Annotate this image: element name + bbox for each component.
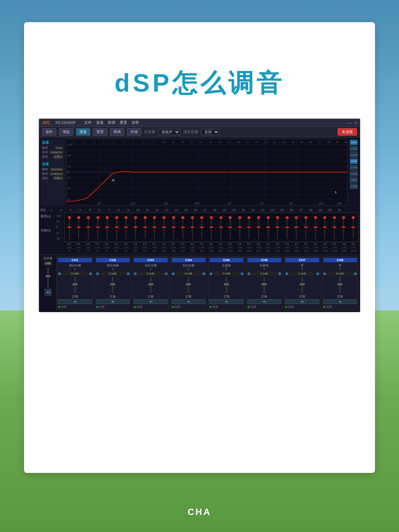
eq-band-track-13[interactable] bbox=[183, 217, 183, 239]
eq-band-track-16[interactable] bbox=[211, 217, 212, 239]
btn-save[interactable]: 存储 bbox=[127, 128, 141, 136]
ch7-source-text[interactable]: 空 bbox=[285, 263, 319, 267]
ch8-fader[interactable] bbox=[339, 277, 341, 293]
ch3-source-text[interactable]: 后左全频 bbox=[134, 263, 168, 267]
eq-band-track-26[interactable] bbox=[306, 217, 306, 239]
ch7-gain-val[interactable]: 0.0dB bbox=[289, 272, 316, 276]
eq-band-track-6[interactable] bbox=[116, 217, 117, 239]
close-button[interactable]: × bbox=[355, 120, 357, 125]
menu-encrypt[interactable]: 加密 bbox=[132, 120, 139, 125]
ch2-select-btn[interactable]: CH2 bbox=[350, 146, 358, 151]
ch5-fader[interactable] bbox=[226, 277, 227, 293]
ch7-fader[interactable] bbox=[301, 277, 303, 293]
ch6-fader[interactable] bbox=[263, 277, 265, 293]
ch2-mute-btn[interactable]: ◄) bbox=[96, 299, 130, 304]
ch1-fader[interactable] bbox=[74, 277, 76, 293]
minimize-button[interactable]: — bbox=[348, 120, 352, 125]
ch4-mute-btn[interactable]: ◄) bbox=[172, 299, 206, 304]
btn-gain[interactable]: 增益 bbox=[59, 128, 73, 136]
ch2-phase[interactable]: 正相 bbox=[96, 294, 130, 299]
ch2-gain-val[interactable]: 0.0dB bbox=[100, 272, 126, 276]
ch6-gain-val[interactable]: 0.0dB bbox=[251, 272, 278, 276]
eq-band-track-11[interactable] bbox=[164, 217, 164, 239]
total-mute-btn[interactable]: ◄) bbox=[45, 289, 51, 296]
eq-band-track-4[interactable] bbox=[98, 217, 98, 239]
eq-band-track-2[interactable] bbox=[78, 217, 79, 239]
eq-band-track-23[interactable] bbox=[277, 217, 278, 239]
ch6-source-text[interactable]: 右超低 bbox=[248, 263, 282, 267]
menu-file[interactable]: 文件 bbox=[84, 120, 92, 125]
btn-tune[interactable]: 调调 bbox=[110, 128, 124, 136]
ch4-phase[interactable]: 正相 bbox=[172, 294, 206, 299]
ch1-select-btn[interactable]: CH1 bbox=[350, 140, 358, 145]
eq-band-track-12[interactable] bbox=[173, 217, 174, 239]
reset-eq-label[interactable]: 重置EQ bbox=[41, 214, 55, 218]
eq-band-track-10[interactable] bbox=[154, 217, 155, 239]
btn-mix[interactable]: 混音 bbox=[76, 128, 90, 136]
ch5-mute-btn[interactable]: ◄) bbox=[209, 299, 243, 304]
eq-band-track-9[interactable] bbox=[145, 217, 146, 239]
ch5-select-btn[interactable]: CH5 bbox=[350, 165, 358, 170]
ch3-fader[interactable] bbox=[150, 277, 151, 293]
ch3-mute-btn[interactable]: ◄) bbox=[134, 299, 168, 304]
btn-return[interactable]: 返时 bbox=[42, 128, 56, 136]
eq-band-track-31[interactable] bbox=[353, 217, 354, 239]
ch3-gain-val[interactable]: 0.0dB bbox=[137, 272, 164, 276]
ch4-fader[interactable] bbox=[188, 277, 189, 293]
ch5-gain-val[interactable]: 0.0dB bbox=[213, 272, 240, 276]
ch8-mute-btn[interactable]: ◄) bbox=[323, 299, 357, 304]
eq-band-dot-24 bbox=[286, 216, 289, 219]
eq-band-track-30[interactable] bbox=[343, 217, 344, 239]
ch8-source-text[interactable]: 空 bbox=[323, 263, 357, 267]
ch1-source-text[interactable]: 前左全频 bbox=[58, 263, 92, 267]
main-source-select[interactable]: 高电平 bbox=[158, 129, 180, 135]
ch1-gain-val[interactable]: 0.0dB bbox=[62, 272, 88, 276]
eq-band-track-1[interactable] bbox=[69, 217, 70, 239]
ch4-gain-val[interactable]: 0.0dB bbox=[175, 272, 202, 276]
eq-band-track-27[interactable] bbox=[315, 217, 316, 239]
connect-button[interactable]: 未连接 bbox=[338, 128, 357, 136]
eq-band-track-7[interactable] bbox=[126, 217, 126, 239]
ch7-select-btn[interactable]: CH7 bbox=[350, 177, 358, 183]
ch1-mute-btn[interactable]: ◄) bbox=[58, 299, 92, 304]
eq-band-track-15[interactable] bbox=[201, 217, 202, 239]
eq-band-track-5[interactable] bbox=[107, 217, 108, 239]
eq-band-track-28[interactable] bbox=[324, 217, 325, 239]
eq-band-track-25[interactable] bbox=[296, 217, 297, 239]
eq-band-track-3[interactable] bbox=[88, 217, 89, 239]
ch6-mute-btn[interactable]: ◄) bbox=[248, 299, 282, 304]
ch6-select-btn[interactable]: CH6 bbox=[350, 171, 358, 177]
ch1-phase[interactable]: 正相 bbox=[58, 294, 92, 299]
eq-band-track-21[interactable] bbox=[258, 217, 259, 239]
ch3-select-btn[interactable]: CH3 bbox=[350, 152, 358, 158]
mix-source-select[interactable]: 关闭 bbox=[201, 129, 219, 135]
ch4-select-btn[interactable]: CH4 bbox=[350, 158, 358, 164]
eq-band-track-29[interactable] bbox=[334, 217, 335, 239]
ch6-phase[interactable]: 正相 bbox=[248, 294, 282, 299]
sim-eq-label[interactable]: 仿真EQ bbox=[41, 228, 55, 232]
ch7-phase[interactable]: 正相 bbox=[285, 294, 319, 299]
ch4-source-text[interactable]: 后左全频 bbox=[172, 263, 206, 267]
eq-band-track-14[interactable] bbox=[192, 217, 193, 239]
eq-band-track-19[interactable] bbox=[239, 217, 240, 239]
eq-band-track-18[interactable] bbox=[230, 217, 231, 239]
eq-band-track-22[interactable] bbox=[268, 217, 269, 239]
ch8-select-btn[interactable]: CH8 bbox=[350, 184, 358, 189]
ch8-gain-val[interactable]: 0.0dB bbox=[327, 272, 354, 276]
eq-band-track-20[interactable] bbox=[249, 217, 249, 239]
ch5-phase[interactable]: 正相 bbox=[209, 294, 243, 299]
eq-band-track-8[interactable] bbox=[135, 217, 136, 239]
eq-band-track-24[interactable] bbox=[287, 217, 287, 239]
ch7-mute-btn[interactable]: ◄) bbox=[285, 299, 319, 304]
ch2-fader[interactable] bbox=[112, 277, 113, 293]
ch8-phase[interactable]: 正相 bbox=[323, 294, 357, 299]
menu-reset[interactable]: 重置 bbox=[120, 120, 127, 125]
ch5-source-text[interactable]: 左超低 bbox=[209, 263, 243, 267]
menu-connect[interactable]: 联调 bbox=[108, 120, 115, 125]
menu-options[interactable]: 选项 bbox=[96, 120, 103, 125]
eq-band-track-17[interactable] bbox=[221, 217, 221, 239]
btn-preset[interactable]: 预置 bbox=[93, 128, 107, 136]
total-vol-fader[interactable] bbox=[47, 267, 49, 287]
ch2-source-text[interactable]: 前右全频 bbox=[96, 263, 130, 267]
ch3-phase[interactable]: 正相 bbox=[134, 294, 168, 299]
